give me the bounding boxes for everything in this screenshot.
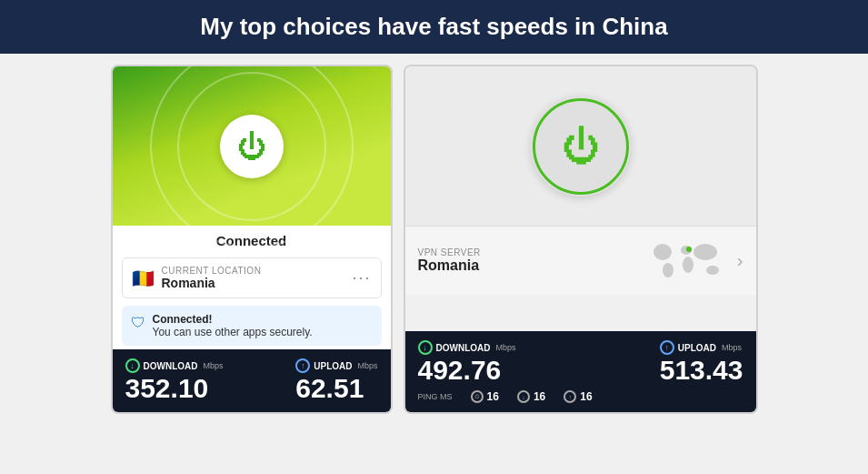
ping-value-3-row: ↑ 16 [564, 390, 592, 403]
chevron-right-icon[interactable]: › [737, 250, 743, 271]
download-stat-right: ↓ DOWNLOAD Mbps 492.76 [418, 340, 516, 385]
world-map-icon [646, 236, 728, 286]
download-stat-left: ↓ DOWNLOAD Mbps 352.10 [125, 358, 224, 403]
download-value-left: 352.10 [125, 373, 224, 403]
ping-value-1: 16 [487, 390, 499, 403]
connected-banner: 🛡 Connected! You can use other apps secu… [122, 306, 382, 346]
upload-label-left: UPLOAD [314, 361, 352, 371]
upload-icon-left: ↑ [295, 358, 310, 373]
ping-icon-3: ↑ [564, 390, 576, 403]
download-unit-left: Mbps [204, 361, 224, 370]
current-location-row[interactable]: 🇷🇴 Current Location Romania ··· [122, 257, 382, 298]
ping-icon-2: ↓ [517, 390, 530, 403]
location-info: Current Location Romania [162, 266, 353, 290]
upload-label-right: UPLOAD [678, 343, 716, 353]
upload-icon-right: ↑ [660, 340, 674, 355]
left-panel-background: ⏻ [113, 66, 391, 226]
page-title: My top choices have fast speeds in China [18, 13, 850, 41]
left-stats-bar: ↓ DOWNLOAD Mbps 352.10 ↑ UPLOAD Mbps 62.… [113, 349, 391, 412]
download-label-left: DOWNLOAD [144, 361, 198, 371]
upload-value-left: 62.51 [295, 373, 377, 403]
download-value-right: 492.76 [418, 355, 516, 385]
upload-unit-left: Mbps [357, 361, 377, 370]
upload-unit-right: Mbps [722, 343, 742, 352]
right-stats-bar: ↓ DOWNLOAD Mbps 492.76 ↑ UPLOAD Mbps [405, 331, 756, 412]
more-options-button[interactable]: ··· [352, 268, 371, 287]
download-label-right: DOWNLOAD [436, 343, 491, 353]
svg-point-4 [693, 244, 717, 260]
panels-container: ⏻ Connected 🇷🇴 Current Location Romania … [0, 54, 868, 425]
power-button-right[interactable]: ⏻ [531, 96, 631, 197]
location-label: Current Location [162, 266, 353, 276]
flag-icon: 🇷🇴 [132, 267, 155, 289]
page-header: My top choices have fast speeds in China [0, 0, 868, 54]
download-icon-left: ↓ [125, 358, 140, 373]
shield-icon: 🛡 [131, 315, 145, 331]
svg-point-1 [663, 263, 673, 277]
power-button-left[interactable]: ⏻ [220, 115, 284, 178]
svg-point-5 [706, 266, 719, 275]
connected-banner-text: Connected! You can use other apps secure… [153, 313, 313, 338]
ping-value-1-row: ⊙ 16 [471, 390, 499, 403]
vpn-server-info: VPN SERVER Romania [418, 247, 637, 274]
download-unit-right: Mbps [496, 343, 516, 352]
svg-point-0 [653, 244, 672, 260]
right-stats-top: ↓ DOWNLOAD Mbps 492.76 ↑ UPLOAD Mbps [418, 340, 743, 385]
right-vpn-panel: ⏻ VPN SERVER Romania [404, 65, 758, 414]
upload-stat-left: ↑ UPLOAD Mbps 62.51 [295, 358, 377, 403]
power-icon-right: ⏻ [562, 125, 600, 168]
download-icon-right: ↓ [418, 340, 433, 355]
ping-value-2-row: ↓ 16 [517, 390, 545, 403]
vpn-server-row[interactable]: VPN SERVER Romania [405, 226, 756, 295]
ping-value-3: 16 [580, 390, 592, 403]
ping-icon-1: ⊙ [471, 390, 484, 403]
ping-label: Ping ms [418, 392, 453, 401]
vpn-server-label: VPN SERVER [418, 247, 637, 257]
vpn-server-name: Romania [418, 257, 637, 274]
location-name: Romania [162, 276, 353, 290]
upload-stat-right: ↑ UPLOAD Mbps 513.43 [660, 340, 743, 385]
power-icon-left: ⏻ [237, 132, 266, 161]
upload-value-right: 513.43 [660, 355, 743, 385]
left-vpn-panel: ⏻ Connected 🇷🇴 Current Location Romania … [111, 65, 393, 414]
location-dot [686, 247, 692, 252]
right-panel-background: ⏻ [405, 66, 756, 226]
ping-value-2: 16 [534, 390, 545, 403]
svg-point-3 [683, 257, 693, 273]
ping-row: Ping ms ⊙ 16 ↓ 16 ↑ 16 [418, 390, 743, 403]
